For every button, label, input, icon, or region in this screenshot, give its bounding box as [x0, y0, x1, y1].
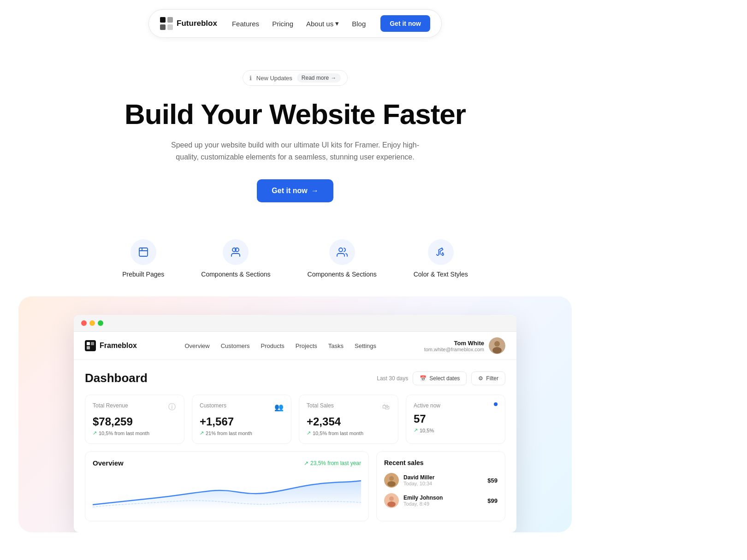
brand-name: Futureblox [177, 19, 217, 28]
app-brand: Frameblox [85, 340, 137, 351]
brand-logo[interactable]: Futureblox [160, 17, 217, 30]
trend-up-icon: ↗ [307, 430, 311, 436]
sale-amount: $59 [487, 477, 498, 484]
svg-rect-11 [91, 342, 94, 345]
sale-item: David Miller Today, 10:34 $59 [384, 473, 498, 488]
dashboard-content: Dashboard Last 30 days 📅 Select dates ⚙ … [74, 360, 516, 532]
window-titlebar [74, 315, 516, 332]
app-logo-icon [85, 340, 96, 351]
stat-value: 57 [414, 413, 498, 425]
app-nav-settings[interactable]: Settings [355, 342, 376, 349]
stat-cards: Total Revenue ⓘ $78,259 ↗ 10,5% from las… [85, 395, 505, 444]
svg-point-15 [492, 347, 502, 354]
svg-rect-1 [167, 17, 173, 23]
arrow-right-icon: → [311, 187, 319, 195]
stat-card-customers: Customers 👥 +1,567 ↗ 21% from last month [192, 395, 291, 444]
app-nav-projects[interactable]: Projects [296, 342, 317, 349]
user-profile[interactable]: Tom White tom.white@frameblox.com [424, 337, 505, 354]
bag-icon: 🛍 [381, 402, 391, 412]
recent-sales-card: Recent sales David Miller Toda [376, 451, 505, 521]
overview-header: Overview ↗ 23,5% from last year [93, 459, 361, 467]
stat-label: Customers [200, 402, 226, 409]
period-label: Last 30 days [377, 375, 408, 382]
svg-rect-0 [160, 17, 166, 23]
badge-text: New Updates [256, 75, 292, 82]
svg-rect-10 [87, 342, 90, 345]
arrow-right-icon: → [331, 75, 336, 81]
sale-name: David Miller [403, 474, 483, 481]
nav-cta-button[interactable]: Get it now [380, 15, 430, 32]
window-minimize-dot[interactable] [89, 320, 95, 326]
window-close-dot[interactable] [81, 320, 87, 326]
svg-point-18 [387, 481, 396, 487]
trend-up-icon: ↗ [200, 430, 204, 436]
calendar-icon: 📅 [420, 375, 427, 382]
nav-blog[interactable]: Blog [352, 20, 366, 28]
hero-section: ℹ New Updates Read more → Build Your Web… [0, 42, 590, 221]
app-nav-customers[interactable]: Customers [221, 342, 250, 349]
dashboard-header: Dashboard Last 30 days 📅 Select dates ⚙ … [85, 371, 505, 385]
svg-point-20 [389, 496, 394, 501]
stat-value: +2,354 [307, 415, 391, 428]
svg-rect-2 [160, 24, 166, 30]
app-nav-overview[interactable]: Overview [185, 342, 210, 349]
stat-label: Active now [414, 402, 440, 409]
hero-cta-button[interactable]: Get it now → [257, 179, 333, 202]
filter-icon: ⚙ [478, 375, 483, 382]
sale-info: David Miller Today, 10:34 [403, 474, 483, 486]
stat-label: Total Sales [307, 402, 334, 409]
stat-label: Total Revenue [93, 402, 128, 409]
brush-icon [435, 247, 446, 258]
stat-card-sales: Total Sales 🛍 +2,354 ↗ 10,5% from last m… [299, 395, 398, 444]
trend-up-icon: ↗ [414, 427, 418, 433]
user-email: tom.white@frameblox.com [424, 347, 484, 352]
stat-change: ↗ 21% from last month [200, 430, 284, 436]
overview-card: Overview ↗ 23,5% from last year [85, 451, 369, 521]
avatar [489, 337, 505, 354]
stat-card-revenue: Total Revenue ⓘ $78,259 ↗ 10,5% from las… [85, 395, 184, 444]
feature-label: Components & Sections [308, 271, 377, 278]
trend-up-icon: ↗ [93, 430, 97, 436]
sale-avatar [384, 473, 399, 488]
stat-value: +1,567 [200, 415, 284, 428]
pages-icon [138, 247, 149, 258]
select-dates-button[interactable]: 📅 Select dates [413, 371, 467, 385]
stat-card-active: Active now 57 ↗ 10,5% [406, 395, 505, 444]
overview-title: Overview [93, 459, 124, 467]
nav-features[interactable]: Features [232, 20, 259, 28]
window-maximize-dot[interactable] [98, 320, 103, 326]
navbar-wrapper: Futureblox Features Pricing About us ▾ B… [0, 0, 590, 42]
hero-badge: ℹ New Updates Read more → [243, 70, 348, 86]
svg-rect-3 [167, 24, 173, 30]
read-more-button[interactable]: Read more → [297, 73, 341, 83]
chevron-down-icon: ▾ [335, 19, 339, 28]
sale-avatar [384, 493, 399, 508]
info-icon: ℹ [249, 75, 252, 82]
feature-label: Components & Sections [201, 271, 270, 278]
nav-about[interactable]: About us ▾ [306, 19, 339, 28]
sale-item: Emily Johnson Today, 8:49 $99 [384, 493, 498, 508]
feature-components-2: Components & Sections [308, 239, 377, 278]
overview-chart [93, 472, 361, 509]
bottom-row: Overview ↗ 23,5% from last year [85, 451, 505, 521]
dashboard-section: Frameblox Overview Customers Products Pr… [18, 296, 572, 532]
dashboard-controls: Last 30 days 📅 Select dates ⚙ Filter [377, 371, 505, 385]
feature-components-1: Components & Sections [201, 239, 270, 278]
hero-title: Build Your Website Faster [9, 99, 581, 130]
features-row: Prebuilt Pages Components & Sections Com… [0, 221, 590, 287]
stat-value: $78,259 [93, 415, 177, 428]
app-nav-tasks[interactable]: Tasks [328, 342, 344, 349]
sale-amount: $99 [487, 497, 498, 504]
nav-pricing[interactable]: Pricing [272, 20, 293, 28]
stat-change: ↗ 10,5% [414, 427, 498, 433]
sale-time: Today, 8:49 [403, 501, 483, 507]
components-icon [230, 247, 241, 258]
dashboard-window: Frameblox Overview Customers Products Pr… [74, 315, 516, 532]
hero-subtitle: Speed up your website build with our ult… [171, 139, 420, 163]
user-name: Tom White [424, 340, 484, 347]
svg-point-14 [494, 341, 500, 347]
active-dot-icon [494, 402, 498, 406]
filter-button[interactable]: ⚙ Filter [471, 371, 505, 385]
app-nav-products[interactable]: Products [261, 342, 285, 349]
nav-links: Features Pricing About us ▾ Blog [232, 19, 366, 28]
